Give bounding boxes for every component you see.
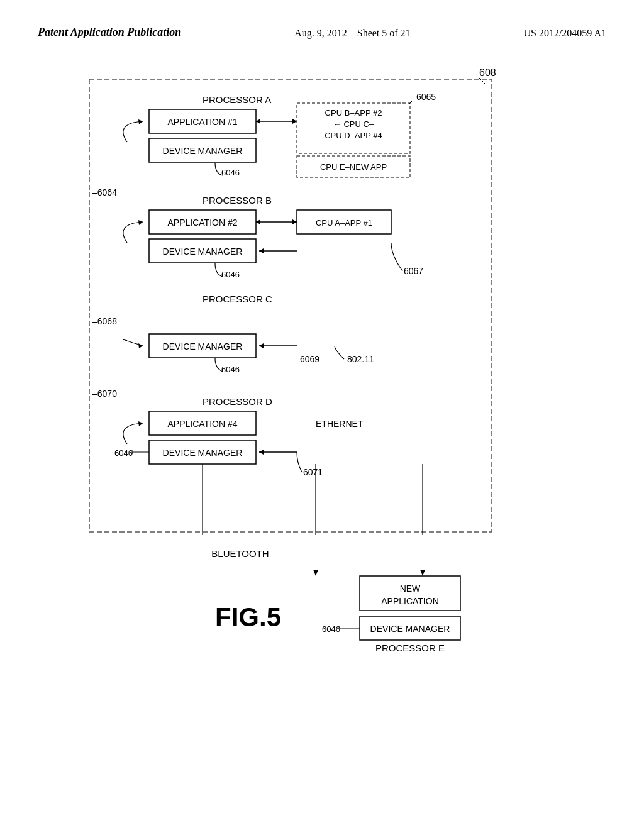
header-center: Aug. 9, 2012 Sheet 5 of 21 bbox=[294, 25, 410, 42]
cpu-e-new-app: CPU E–NEW APP bbox=[320, 162, 387, 172]
new-app-label2: APPLICATION bbox=[381, 596, 439, 606]
cpu-b-app2: CPU B–APP #2 bbox=[325, 108, 382, 118]
diagram-svg: 608 PROCESSOR A APPLICATION #1 6065 CPU … bbox=[52, 60, 592, 827]
label-6067: 6067 bbox=[404, 266, 423, 276]
header: Patent Application Publication Aug. 9, 2… bbox=[38, 25, 606, 42]
svg-marker-35 bbox=[420, 570, 425, 576]
cpu-c: ← CPU C– bbox=[333, 119, 374, 129]
dm-c-label: DEVICE MANAGER bbox=[163, 341, 243, 351]
svg-marker-4 bbox=[292, 119, 297, 124]
diagram-container: 608 PROCESSOR A APPLICATION #1 6065 CPU … bbox=[52, 60, 592, 830]
sheet-info: Sheet 5 of 21 bbox=[357, 28, 411, 38]
label-6068: –6068 bbox=[92, 316, 117, 326]
svg-marker-30 bbox=[138, 421, 143, 426]
ethernet-label: ETHERNET bbox=[316, 419, 364, 429]
svg-marker-13 bbox=[292, 219, 297, 224]
app4-label: APPLICATION #4 bbox=[167, 419, 237, 429]
processor-b-label: PROCESSOR B bbox=[203, 195, 272, 206]
app2-label: APPLICATION #2 bbox=[167, 218, 237, 228]
publication-date: Aug. 9, 2012 bbox=[294, 28, 347, 38]
processor-c-label: PROCESSOR C bbox=[203, 294, 272, 304]
svg-marker-18 bbox=[259, 248, 264, 253]
svg-marker-34 bbox=[313, 570, 318, 576]
page: Patent Application Publication Aug. 9, 2… bbox=[0, 0, 644, 830]
bluetooth-label: BLUETOOTH bbox=[211, 548, 269, 559]
dm-d-label: DEVICE MANAGER bbox=[163, 448, 243, 458]
svg-marker-5 bbox=[256, 119, 260, 124]
label-6046-a: 6046 bbox=[221, 168, 240, 177]
label-6069: 6069 bbox=[300, 354, 319, 364]
processor-d-label: PROCESSOR D bbox=[203, 396, 272, 407]
svg-marker-19 bbox=[138, 220, 143, 225]
label-6070: –6070 bbox=[92, 389, 117, 399]
label-802: 802.11 bbox=[347, 354, 374, 364]
cpu-a-app1: CPU A–APP #1 bbox=[316, 218, 372, 228]
svg-marker-22 bbox=[259, 343, 264, 348]
new-app-label: NEW bbox=[400, 584, 421, 594]
dm-b-label: DEVICE MANAGER bbox=[163, 246, 243, 257]
label-608: 608 bbox=[479, 67, 496, 78]
label-6046-c: 6046 bbox=[221, 365, 240, 374]
label-6046-e: 6046 bbox=[322, 624, 340, 634]
label-6046-b: 6046 bbox=[221, 270, 240, 279]
fig-label: FIG.5 bbox=[215, 602, 281, 632]
app1-label: APPLICATION #1 bbox=[167, 117, 237, 127]
svg-line-7 bbox=[409, 101, 413, 104]
svg-marker-23 bbox=[138, 343, 143, 348]
patent-number: US 2012/204059 A1 bbox=[523, 25, 606, 42]
svg-marker-14 bbox=[256, 219, 260, 224]
patent-publication-label: Patent Application Publication bbox=[38, 25, 181, 40]
label-6071: 6071 bbox=[303, 467, 323, 477]
svg-marker-27 bbox=[259, 450, 264, 455]
processor-e-label: PROCESSOR E bbox=[375, 643, 445, 653]
label-6064: –6064 bbox=[92, 187, 117, 197]
processor-a-label: PROCESSOR A bbox=[203, 94, 271, 105]
dm-e-label: DEVICE MANAGER bbox=[370, 624, 450, 634]
svg-marker-10 bbox=[138, 119, 143, 124]
label-6046-d: 6046 bbox=[114, 448, 133, 458]
dm-a-label: DEVICE MANAGER bbox=[163, 146, 243, 156]
label-6065: 6065 bbox=[416, 92, 436, 102]
cpu-d-app4: CPU D–APP #4 bbox=[325, 131, 382, 140]
